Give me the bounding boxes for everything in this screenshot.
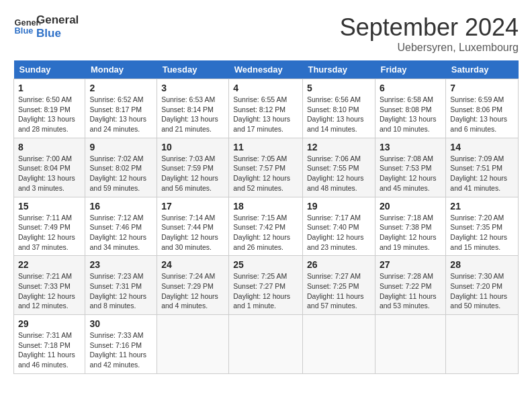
calendar-cell: 19Sunrise: 7:17 AM Sunset: 7:40 PM Dayli…	[302, 197, 375, 256]
weekday-header-friday: Friday	[375, 60, 445, 79]
day-number: 29	[18, 318, 81, 329]
calendar-cell: 16Sunrise: 7:12 AM Sunset: 7:46 PM Dayli…	[85, 197, 157, 256]
day-number: 9	[89, 142, 152, 152]
logo: General Blue General Blue	[13, 13, 79, 41]
calendar-cell: 23Sunrise: 7:23 AM Sunset: 7:31 PM Dayli…	[85, 256, 157, 315]
day-info: Sunrise: 7:18 AM Sunset: 7:38 PM Dayligh…	[380, 213, 441, 253]
calendar-cell: 2Sunrise: 6:52 AM Sunset: 8:17 PM Daylig…	[85, 79, 157, 138]
calendar-cell: 28Sunrise: 7:30 AM Sunset: 7:20 PM Dayli…	[446, 256, 519, 315]
calendar-cell: 22Sunrise: 7:21 AM Sunset: 7:33 PM Dayli…	[14, 256, 85, 315]
calendar-cell: 4Sunrise: 6:55 AM Sunset: 8:12 PM Daylig…	[229, 79, 303, 138]
calendar-cell: 13Sunrise: 7:08 AM Sunset: 7:53 PM Dayli…	[375, 138, 445, 197]
day-info: Sunrise: 7:03 AM Sunset: 7:59 PM Dayligh…	[161, 154, 224, 193]
day-number: 21	[450, 201, 514, 212]
day-info: Sunrise: 6:53 AM Sunset: 8:14 PM Dayligh…	[161, 95, 224, 134]
calendar-cell: 11Sunrise: 7:05 AM Sunset: 7:57 PM Dayli…	[229, 138, 303, 197]
calendar-cell	[375, 315, 445, 374]
day-info: Sunrise: 7:30 AM Sunset: 7:20 PM Dayligh…	[450, 271, 514, 311]
day-info: Sunrise: 7:05 AM Sunset: 7:57 PM Dayligh…	[233, 154, 298, 193]
day-info: Sunrise: 7:20 AM Sunset: 7:35 PM Dayligh…	[450, 213, 514, 253]
day-info: Sunrise: 7:31 AM Sunset: 7:18 PM Dayligh…	[18, 330, 81, 370]
day-info: Sunrise: 7:33 AM Sunset: 7:16 PM Dayligh…	[89, 330, 152, 370]
weekday-header-monday: Monday	[85, 60, 157, 79]
day-info: Sunrise: 7:06 AM Sunset: 7:55 PM Dayligh…	[307, 154, 371, 193]
calendar-cell: 8Sunrise: 7:00 AM Sunset: 8:04 PM Daylig…	[14, 138, 85, 197]
calendar-week-row: 1Sunrise: 6:50 AM Sunset: 8:19 PM Daylig…	[14, 79, 519, 138]
weekday-header-wednesday: Wednesday	[229, 60, 303, 79]
calendar-cell: 29Sunrise: 7:31 AM Sunset: 7:18 PM Dayli…	[14, 315, 85, 374]
day-number: 20	[380, 201, 441, 212]
calendar-cell: 10Sunrise: 7:03 AM Sunset: 7:59 PM Dayli…	[157, 138, 229, 197]
day-info: Sunrise: 7:17 AM Sunset: 7:40 PM Dayligh…	[307, 213, 371, 253]
day-info: Sunrise: 6:50 AM Sunset: 8:19 PM Dayligh…	[18, 95, 81, 134]
logo-general: General	[36, 13, 79, 27]
page-header: General Blue General Blue September 2024…	[13, 13, 519, 54]
day-number: 25	[233, 259, 298, 270]
calendar-cell: 20Sunrise: 7:18 AM Sunset: 7:38 PM Dayli…	[375, 197, 445, 256]
calendar-cell: 30Sunrise: 7:33 AM Sunset: 7:16 PM Dayli…	[85, 315, 157, 374]
day-number: 8	[18, 142, 81, 152]
weekday-header-saturday: Saturday	[446, 60, 519, 79]
day-number: 10	[161, 142, 224, 152]
day-info: Sunrise: 7:21 AM Sunset: 7:33 PM Dayligh…	[18, 271, 81, 311]
calendar-cell: 18Sunrise: 7:15 AM Sunset: 7:42 PM Dayli…	[229, 197, 303, 256]
day-number: 18	[233, 201, 298, 212]
day-info: Sunrise: 7:00 AM Sunset: 8:04 PM Dayligh…	[18, 154, 81, 193]
day-info: Sunrise: 7:02 AM Sunset: 8:02 PM Dayligh…	[89, 154, 152, 193]
calendar-cell: 21Sunrise: 7:20 AM Sunset: 7:35 PM Dayli…	[446, 197, 519, 256]
day-number: 23	[89, 259, 152, 270]
day-number: 15	[18, 201, 81, 212]
calendar-cell	[446, 315, 519, 374]
calendar-week-row: 8Sunrise: 7:00 AM Sunset: 8:04 PM Daylig…	[14, 138, 519, 197]
day-number: 30	[89, 318, 152, 329]
day-info: Sunrise: 7:24 AM Sunset: 7:29 PM Dayligh…	[161, 271, 224, 311]
day-number: 26	[307, 259, 371, 270]
calendar-cell: 27Sunrise: 7:28 AM Sunset: 7:22 PM Dayli…	[375, 256, 445, 315]
day-info: Sunrise: 6:58 AM Sunset: 8:08 PM Dayligh…	[380, 95, 441, 134]
day-info: Sunrise: 6:52 AM Sunset: 8:17 PM Dayligh…	[89, 95, 152, 134]
calendar-cell: 3Sunrise: 6:53 AM Sunset: 8:14 PM Daylig…	[157, 79, 229, 138]
day-info: Sunrise: 6:59 AM Sunset: 8:06 PM Dayligh…	[450, 95, 514, 134]
calendar-cell: 7Sunrise: 6:59 AM Sunset: 8:06 PM Daylig…	[446, 79, 519, 138]
weekday-header-tuesday: Tuesday	[157, 60, 229, 79]
day-number: 16	[89, 201, 152, 212]
calendar-cell	[229, 315, 303, 374]
day-number: 3	[161, 83, 224, 93]
calendar-week-row: 15Sunrise: 7:11 AM Sunset: 7:49 PM Dayli…	[14, 197, 519, 256]
day-info: Sunrise: 6:55 AM Sunset: 8:12 PM Dayligh…	[233, 95, 298, 134]
weekday-header-sunday: Sunday	[14, 60, 85, 79]
day-number: 11	[233, 142, 298, 152]
logo-blue: Blue	[36, 27, 79, 40]
calendar-cell: 26Sunrise: 7:27 AM Sunset: 7:25 PM Dayli…	[302, 256, 375, 315]
month-title: September 2024	[340, 13, 519, 42]
title-area: September 2024 Uebersyren, Luxembourg	[340, 13, 519, 54]
day-info: Sunrise: 7:25 AM Sunset: 7:27 PM Dayligh…	[233, 271, 298, 311]
day-info: Sunrise: 7:11 AM Sunset: 7:49 PM Dayligh…	[18, 213, 81, 253]
calendar-cell	[302, 315, 375, 374]
calendar-cell: 25Sunrise: 7:25 AM Sunset: 7:27 PM Dayli…	[229, 256, 303, 315]
calendar-cell: 24Sunrise: 7:24 AM Sunset: 7:29 PM Dayli…	[157, 256, 229, 315]
calendar-cell: 15Sunrise: 7:11 AM Sunset: 7:49 PM Dayli…	[14, 197, 85, 256]
calendar-cell: 17Sunrise: 7:14 AM Sunset: 7:44 PM Dayli…	[157, 197, 229, 256]
day-info: Sunrise: 7:15 AM Sunset: 7:42 PM Dayligh…	[233, 213, 298, 253]
calendar-cell	[157, 315, 229, 374]
calendar-cell: 5Sunrise: 6:56 AM Sunset: 8:10 PM Daylig…	[302, 79, 375, 138]
day-number: 24	[161, 259, 224, 270]
day-number: 22	[18, 259, 81, 270]
day-number: 12	[307, 142, 371, 152]
calendar-cell: 14Sunrise: 7:09 AM Sunset: 7:51 PM Dayli…	[446, 138, 519, 197]
day-info: Sunrise: 7:14 AM Sunset: 7:44 PM Dayligh…	[161, 213, 224, 253]
calendar-cell: 1Sunrise: 6:50 AM Sunset: 8:19 PM Daylig…	[14, 79, 85, 138]
day-number: 2	[89, 83, 152, 93]
calendar-cell: 12Sunrise: 7:06 AM Sunset: 7:55 PM Dayli…	[302, 138, 375, 197]
day-number: 1	[18, 83, 81, 93]
calendar-week-row: 22Sunrise: 7:21 AM Sunset: 7:33 PM Dayli…	[14, 256, 519, 315]
weekday-header-thursday: Thursday	[302, 60, 375, 79]
calendar-week-row: 29Sunrise: 7:31 AM Sunset: 7:18 PM Dayli…	[14, 315, 519, 374]
day-info: Sunrise: 7:09 AM Sunset: 7:51 PM Dayligh…	[450, 154, 514, 193]
day-number: 14	[450, 142, 514, 152]
location: Uebersyren, Luxembourg	[340, 42, 519, 54]
weekday-header-row: SundayMondayTuesdayWednesdayThursdayFrid…	[14, 60, 519, 79]
day-number: 27	[380, 259, 441, 270]
day-number: 13	[380, 142, 441, 152]
